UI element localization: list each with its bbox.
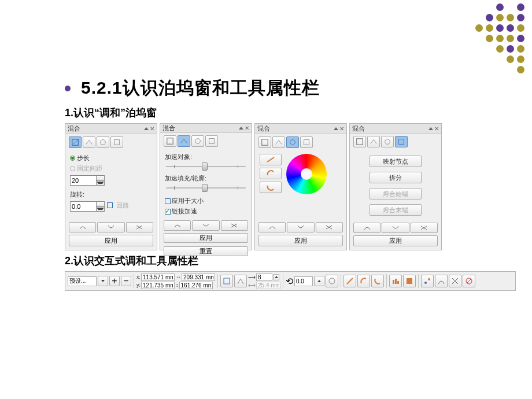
tab-color[interactable] xyxy=(381,136,394,147)
path-end-button[interactable] xyxy=(287,222,314,232)
apply-button[interactable]: 应用 xyxy=(69,235,153,246)
cw-blend-button[interactable] xyxy=(357,275,370,287)
blend-steps-input[interactable] xyxy=(256,274,272,281)
steps-input[interactable] xyxy=(70,175,97,186)
close-icon[interactable]: ✕ xyxy=(434,125,439,132)
path-end-button[interactable] xyxy=(97,222,124,232)
tab-steps[interactable] xyxy=(69,136,82,148)
path-detach-button[interactable] xyxy=(221,220,248,231)
blend-steps-mode-button[interactable] xyxy=(220,275,233,287)
angle-spin[interactable] xyxy=(314,276,324,286)
tab-accel[interactable] xyxy=(272,136,285,148)
collapse-icon[interactable] xyxy=(428,127,433,130)
subheading-2: 2.认识交互式调和工具属性栏 xyxy=(65,254,516,268)
spin-up-icon[interactable] xyxy=(273,274,279,280)
svg-rect-27 xyxy=(397,281,399,284)
collapse-icon[interactable] xyxy=(144,127,149,130)
x-position-input[interactable] xyxy=(141,274,175,281)
spin-up-icon[interactable] xyxy=(97,202,104,207)
svg-rect-19 xyxy=(399,139,404,145)
docker-titlebar[interactable]: 混合 ✕ xyxy=(65,124,157,134)
color-wheel[interactable] xyxy=(286,154,327,194)
tab-misc[interactable] xyxy=(110,136,123,148)
height-input[interactable] xyxy=(179,282,213,289)
heading-bullet-icon xyxy=(65,86,71,91)
loop-checkbox[interactable] xyxy=(107,202,113,208)
tab-accel[interactable] xyxy=(367,136,380,147)
fuse-start-button[interactable]: 熔合始端 xyxy=(370,188,422,200)
rotate-spinner[interactable] xyxy=(70,201,105,212)
tab-accel[interactable] xyxy=(83,136,95,148)
start-end-props-button[interactable] xyxy=(421,275,434,287)
close-icon[interactable]: ✕ xyxy=(245,125,249,131)
apply-size-checkbox[interactable] xyxy=(165,198,171,204)
close-icon[interactable]: ✕ xyxy=(150,125,154,132)
collapse-icon[interactable] xyxy=(239,127,243,130)
path-detach-button[interactable] xyxy=(316,222,343,232)
close-icon[interactable]: ✕ xyxy=(339,125,344,132)
path-props-button[interactable] xyxy=(435,275,448,287)
section-heading: 5.2.1认识泊坞窗和工具属性栏 xyxy=(65,76,516,100)
apply-button[interactable]: 应用 xyxy=(353,235,438,246)
path-start-button[interactable] xyxy=(69,222,96,232)
path-end-button[interactable] xyxy=(192,220,219,231)
fill-accel-slider[interactable] xyxy=(166,186,246,190)
blend-accel-mode-button[interactable] xyxy=(234,275,247,287)
clear-blend-button[interactable] xyxy=(463,275,475,287)
preset-dropdown[interactable] xyxy=(68,276,97,286)
svg-rect-13 xyxy=(304,140,309,145)
object-accel-button[interactable] xyxy=(389,275,402,287)
map-nodes-button[interactable]: 映射节点 xyxy=(370,156,422,167)
split-button[interactable]: 拆分 xyxy=(370,172,422,183)
cw-blend-button[interactable] xyxy=(260,168,282,179)
spin-down-icon[interactable] xyxy=(97,207,104,212)
loop-blend-button[interactable] xyxy=(326,275,338,287)
path-end-button[interactable] xyxy=(382,223,409,233)
label-loop: 回路 xyxy=(116,201,129,210)
svg-point-2 xyxy=(101,140,106,145)
tab-misc[interactable] xyxy=(300,136,313,148)
ccw-blend-button[interactable] xyxy=(260,182,282,193)
tab-steps[interactable] xyxy=(258,136,271,148)
ccw-blend-button[interactable] xyxy=(371,275,384,287)
fuse-end-button[interactable]: 熔合末端 xyxy=(370,204,422,216)
radio-fixed-spacing[interactable] xyxy=(70,166,75,171)
label-steps: 步长 xyxy=(77,154,90,162)
remove-preset-button[interactable]: − xyxy=(121,276,131,286)
spin-down-icon[interactable] xyxy=(97,181,104,186)
rotate-input[interactable] xyxy=(70,201,97,212)
direct-blend-button[interactable] xyxy=(260,154,282,165)
radio-steps[interactable] xyxy=(70,156,75,161)
color-accel-button[interactable] xyxy=(403,275,416,287)
tab-misc[interactable] xyxy=(395,136,408,147)
path-start-button[interactable] xyxy=(258,222,286,232)
steps-spinner[interactable] xyxy=(70,175,152,186)
apply-button[interactable]: 应用 xyxy=(258,235,343,246)
path-start-button[interactable] xyxy=(353,223,380,233)
tab-color[interactable] xyxy=(191,135,204,147)
direct-blend-button[interactable] xyxy=(343,275,356,287)
spin-up-icon[interactable] xyxy=(97,176,104,181)
width-input[interactable] xyxy=(182,274,215,281)
tab-color[interactable] xyxy=(97,136,109,148)
tab-accel[interactable] xyxy=(178,135,190,147)
tab-steps[interactable] xyxy=(164,135,176,147)
docker-titlebar[interactable]: 混合 ✕ xyxy=(350,124,441,134)
path-start-button[interactable] xyxy=(164,220,191,231)
y-position-input[interactable] xyxy=(141,282,175,289)
add-preset-button[interactable]: + xyxy=(109,276,120,286)
blend-direction-input[interactable] xyxy=(294,276,313,286)
tab-steps[interactable] xyxy=(353,136,366,147)
path-detach-button[interactable] xyxy=(126,222,153,232)
collapse-icon[interactable] xyxy=(334,127,338,130)
link-accel-checkbox[interactable] xyxy=(165,209,171,215)
tab-color[interactable] xyxy=(286,136,299,148)
docker-titlebar[interactable]: 混合 ✕ xyxy=(160,124,252,133)
preset-dropdown-arrow[interactable] xyxy=(98,276,108,286)
object-accel-slider[interactable] xyxy=(166,165,246,168)
path-detach-button[interactable] xyxy=(411,223,438,233)
docker-titlebar[interactable]: 混合 ✕ xyxy=(255,124,346,134)
apply-button[interactable]: 应用 xyxy=(164,233,248,243)
copy-blend-button[interactable] xyxy=(449,275,461,287)
tab-misc[interactable] xyxy=(205,135,218,147)
